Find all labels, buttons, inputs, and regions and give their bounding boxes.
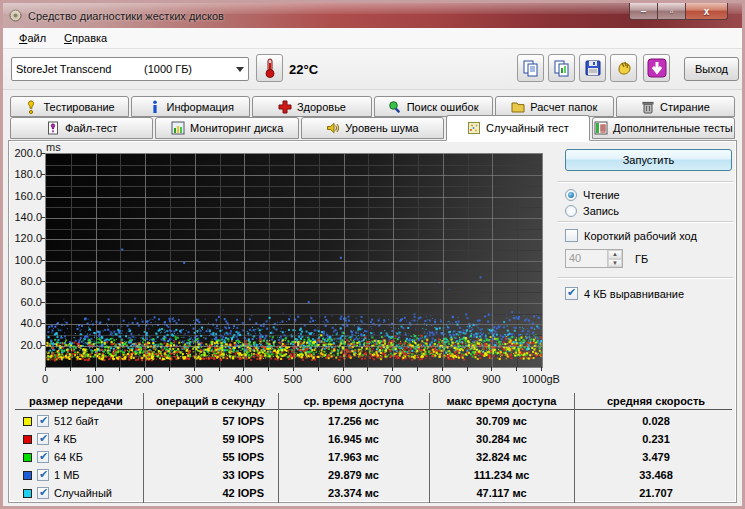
x-tick-mark [491, 367, 492, 371]
tab-label: Расчет папок [530, 101, 597, 113]
y-tick-label: 100.0 [9, 254, 42, 266]
table-row-label-2: 64 КБ [23, 451, 83, 463]
table-row-label-0: 512 байт [23, 415, 99, 427]
app-window: Средство диагностики жестких дисков – ▫ … [0, 0, 745, 509]
tab-r2-1[interactable]: Мониторинг диска [155, 117, 298, 139]
menu-file[interactable]: Файл [11, 30, 54, 46]
series-label: 1 МБ [54, 469, 80, 481]
y-tick-mark [41, 174, 45, 175]
window-title: Средство диагностики жестких дисков [28, 10, 224, 22]
radio-read[interactable]: Чтение [565, 189, 620, 201]
table-header-3: макс время доступа [429, 395, 574, 407]
y-tick-mark [41, 153, 45, 154]
tab-r2-4[interactable]: Дополнительные тесты [592, 117, 735, 139]
tab-r1-1[interactable]: Информация [131, 96, 250, 117]
cell-avg-time-1: 16.945 мс [278, 433, 429, 445]
x-tick-mark [318, 367, 319, 371]
save-report-button[interactable] [579, 54, 606, 82]
titlebar: Средство диагностики жестких дисков – ▫ … [3, 3, 742, 28]
tab-label: Уровень шума [345, 122, 418, 134]
drive-select[interactable]: StoreJet Transcend (1000 ГБ) [11, 57, 249, 81]
spin-down-icon[interactable]: ▼ [608, 259, 622, 268]
x-tick-mark [119, 367, 120, 371]
short-stroke-checkbox[interactable]: Короткий рабочий ход [565, 229, 697, 242]
checkbox-checked-icon [565, 287, 578, 300]
x-tick-mark [243, 367, 244, 371]
cell-iops-1: 59 IOPS [143, 433, 264, 445]
x-tick-mark [541, 367, 542, 371]
short-stroke-size-input[interactable]: 40 ▲ ▼ [565, 249, 623, 268]
series-label: 512 байт [54, 415, 99, 427]
y-tick-mark [41, 323, 45, 324]
y-tick-label: 80.0 [9, 275, 42, 287]
tab-r1-3[interactable]: Поиск ошибок [374, 96, 493, 117]
y-tick-label: 20.0 [9, 339, 42, 351]
copy-report-button[interactable] [517, 54, 544, 82]
tab-r2-3[interactable]: Случайный тест [446, 115, 589, 141]
app-icon [9, 9, 22, 22]
radio-write-icon [565, 205, 577, 217]
table-header-1: операций в секунду [143, 395, 278, 407]
y-axis-unit: ms [46, 141, 61, 153]
cell-max-time-1: 30.284 мс [429, 433, 574, 445]
tab-label: Тестирование [43, 101, 114, 113]
cell-avg-speed-2: 3.479 [574, 451, 738, 463]
tab-r1-0[interactable]: Тестирование [10, 96, 129, 117]
close-button[interactable]: x [686, 3, 728, 20]
tab-label: Файл-тест [65, 122, 117, 134]
tab-r1-2[interactable]: Здоровье [252, 96, 371, 117]
tab-r2-0[interactable]: Файл-тест [10, 117, 153, 139]
y-tick-label: 140.0 [9, 211, 42, 223]
exit-button[interactable]: Выход [684, 57, 739, 81]
series-visibility-checkbox[interactable] [37, 469, 49, 481]
cell-avg-time-2: 17.963 мс [278, 451, 429, 463]
align-4k-checkbox[interactable]: 4 КБ выравнивание [565, 287, 684, 300]
table-header-0: размер передачи [9, 395, 143, 407]
tab-r2-2[interactable]: Уровень шума [301, 117, 444, 139]
x-tick-mark [219, 367, 220, 371]
separator [557, 277, 733, 279]
copy-graph-button[interactable] [548, 54, 575, 82]
x-tick-mark [293, 367, 294, 371]
tab-r1-4[interactable]: Расчет папок [495, 96, 614, 117]
random-icon [467, 121, 481, 135]
maximize-button[interactable]: ▫ [658, 3, 686, 20]
series-label: Случайный [54, 487, 112, 499]
cell-avg-speed-3: 33.468 [574, 469, 738, 481]
x-tick-mark [367, 367, 368, 371]
radio-write[interactable]: Запись [565, 205, 619, 217]
x-tick-label: 600 [333, 373, 351, 385]
series-visibility-checkbox[interactable] [37, 451, 49, 463]
series-visibility-checkbox[interactable] [37, 433, 49, 445]
temperature-button[interactable] [256, 54, 283, 82]
cell-max-time-3: 111.234 мс [429, 469, 574, 481]
x-tick-label: 700 [383, 373, 401, 385]
x-tick-label: 500 [284, 373, 302, 385]
x-tick-mark [417, 367, 418, 371]
hand-tool-button[interactable] [610, 54, 637, 82]
series-color-swatch [23, 489, 32, 498]
cell-iops-4: 42 IOPS [143, 487, 264, 499]
series-visibility-checkbox[interactable] [37, 487, 49, 499]
download-arrow-icon [647, 58, 667, 78]
y-tick-mark [41, 302, 45, 303]
chevron-down-icon [236, 67, 244, 72]
series-visibility-checkbox[interactable] [37, 415, 49, 427]
speaker-icon [326, 121, 340, 135]
spin-up-icon[interactable]: ▲ [608, 250, 622, 259]
tab-strip: ТестированиеИнформацияЗдоровьеПоиск ошиб… [8, 94, 737, 141]
x-tick-label: 1000gB [522, 373, 560, 385]
menu-help[interactable]: Справка [56, 30, 115, 46]
trash-icon [641, 100, 655, 114]
download-button[interactable] [643, 54, 670, 82]
cell-iops-2: 55 IOPS [143, 451, 264, 463]
y-tick-mark [41, 281, 45, 282]
tab-r1-5[interactable]: Стирание [616, 96, 735, 117]
start-button[interactable]: Запустить [565, 149, 732, 171]
x-tick-mark [516, 367, 517, 371]
minimize-button[interactable]: – [629, 3, 658, 20]
tab-label: Дополнительные тесты [613, 122, 733, 134]
table-row-label-4: Случайный [23, 487, 112, 499]
series-color-swatch [23, 471, 32, 480]
copy-report-icon [522, 59, 540, 77]
